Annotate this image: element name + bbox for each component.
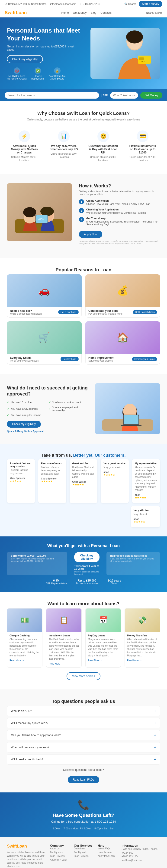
footer-help-reviews[interactable]: Loan Reviews	[98, 851, 117, 854]
reason-debt-text: Consolidate your debt Pay your personal …	[88, 309, 122, 315]
step-1-text: Checking Your Application We'll Review Y…	[86, 208, 146, 214]
testimonial-0: Excellent fast and easy service Excellen…	[7, 459, 35, 503]
faq-item-0[interactable]: What is an APR? +	[7, 706, 160, 716]
step-1: 2 Checking Your Application We'll Review…	[79, 208, 160, 214]
step-2: 3 Get Your Money If Your Application Is …	[79, 217, 160, 226]
t4-author: anon	[135, 494, 157, 496]
search-input[interactable]	[5, 92, 99, 99]
car-loan-btn[interactable]: Get a Car Loan	[58, 310, 79, 314]
reason-car-text: Need a new car? You're a better deal wit…	[10, 309, 42, 315]
footer-help-heading: Help	[98, 844, 117, 847]
why-choose-section: Why Choose Swift Loan for Quick Loans? Q…	[0, 101, 167, 174]
loan-check-btn[interactable]: Check my eligibility	[74, 552, 99, 562]
faq-expand-4[interactable]: +	[154, 757, 156, 762]
footer-services-facility[interactable]: Facility work	[74, 851, 93, 854]
t1-title: Fast one of much	[41, 462, 64, 465]
faq-section: Top questions people ask us What is an A…	[0, 689, 167, 793]
hero-badge-0: 🚫 No Hidden Fees No Pass-or-Credits	[7, 67, 27, 80]
payday-btn[interactable]: Payday Loan	[60, 357, 79, 361]
footer-email: swiftloan@mail.com	[122, 859, 160, 862]
faq-item-3[interactable]: When will I receive my money? +	[7, 742, 160, 752]
articles-section: Want to learn more about loans? 💵 Cheque…	[0, 592, 167, 689]
elig-content: What do I need to succeed at getting app…	[7, 385, 88, 433]
everyday-img: 🛒	[7, 321, 82, 354]
footer-apply[interactable]: Apply for A Loan	[50, 859, 69, 861]
hero-cta-btn[interactable]: Check my eligibility	[7, 55, 43, 63]
svg-point-9	[23, 207, 36, 217]
nav-home[interactable]: Home	[61, 11, 69, 14]
footer-facility[interactable]: Facility work	[50, 851, 69, 854]
how-image: LOAN	[7, 183, 72, 241]
article-installment: 📋 Installment Loans The First Service we…	[46, 608, 82, 668]
start-survey-btn[interactable]: Start a survey	[139, 1, 162, 7]
faq-cta-btn[interactable]: Read Loan FAQs	[68, 776, 99, 783]
faq-expand-3[interactable]: +	[154, 745, 156, 749]
payday-img: 📅	[86, 609, 121, 632]
loan-info-2-value: 1-10 years	[108, 579, 121, 582]
money-read-more[interactable]: Read More →	[127, 659, 158, 662]
reason-everyday-footer: Everyday Needs For all your everyday nee…	[7, 354, 82, 365]
home-btn[interactable]: Improve your Home	[132, 357, 157, 361]
elig-item-0: ✓ You are 18 or older	[7, 401, 47, 404]
step-1-num: 2	[79, 208, 84, 213]
testimonial-4: My representative My representative's re…	[132, 459, 160, 503]
footer-get-loan[interactable]: Get A Loan	[74, 847, 93, 850]
footer-logo: SwiftLoan	[7, 844, 45, 849]
step-0-num: 1	[79, 199, 84, 205]
feature-0: ⚡ Affordable, Quick Money with No Fees o…	[7, 128, 42, 164]
reason-debt-footer: Consolidate your debt Pay your personal …	[85, 307, 160, 318]
loan-stat-3: Helpful decision in most cases If you us…	[107, 552, 160, 575]
faq-expand-2[interactable]: +	[154, 733, 156, 737]
footer-services-heading: Our Services	[74, 844, 93, 847]
nav-get-money[interactable]: Get Money	[73, 11, 87, 14]
loan-banner-title: What you'll get with a Personal Loan	[7, 544, 160, 548]
installment-read-more[interactable]: Read More →	[49, 662, 79, 665]
footer-help-apply[interactable]: Apply for A Loan	[98, 855, 117, 857]
feature-3-desc: Online in Minutes at 200+ Locations	[128, 156, 158, 162]
footer: SwiftLoan We are a reliable home for swi…	[0, 837, 167, 868]
search-link[interactable]: 🔍 Search	[124, 3, 136, 6]
elig-item-4: ✓ You have a regular income	[7, 413, 47, 417]
faq-item-4[interactable]: Will I need a credit check? +	[7, 754, 160, 765]
reason-debt-title: Consolidate your debt	[88, 309, 122, 312]
faq-expand-0[interactable]: +	[154, 709, 156, 713]
step-0-text: Online Application Choose How Much Cash …	[86, 199, 150, 205]
cheque-read-more[interactable]: Read More →	[9, 659, 40, 662]
apply-now-btn[interactable]: Apply Now	[79, 231, 102, 238]
t1-stars: ★★★★★	[41, 480, 64, 483]
t1-author: Clark Spencer	[41, 477, 64, 480]
footer-company-links: About Us Facility work Loan Reviews Appl…	[50, 847, 69, 861]
get-money-btn[interactable]: Get Money	[140, 92, 162, 99]
faq-expand-1[interactable]: +	[154, 721, 156, 725]
elig-cta-btn[interactable]: Check my eligibility	[7, 421, 41, 428]
testimonial-1: Fast one of much Fast one of much items …	[38, 459, 66, 503]
faq-title: Top questions people ask us	[7, 699, 160, 704]
contact-icon: 📞	[7, 799, 160, 810]
footer-faq[interactable]: Info & FAQs	[98, 847, 117, 850]
popular-reasons-section: Popular Reasons to Loan 🚗 Need a new car…	[0, 258, 167, 374]
faq-q1: Will I receive my quoted APR?	[11, 721, 48, 725]
amount-input[interactable]	[110, 92, 138, 99]
testimonial-3: Very great service Very great service an…	[101, 459, 129, 503]
nav-blog[interactable]: Blog	[91, 11, 96, 14]
nav-contacts[interactable]: Contacts	[100, 11, 111, 14]
step-2-num: 3	[79, 217, 84, 222]
article-payday-title: PayDay Loans	[88, 634, 118, 637]
hero-section: Personal Loans that Meet Your Needs Get …	[0, 18, 167, 89]
debt-btn[interactable]: Debt Consolidation	[133, 310, 157, 314]
hero-image: CARD	[90, 28, 160, 79]
faq-item-2[interactable]: Can you tell me how to apply for a loan?…	[7, 730, 160, 740]
how-image-inner: LOAN	[7, 183, 72, 241]
footer-about[interactable]: About Us	[50, 847, 69, 850]
footer-brand: SwiftLoan We are a reliable home for swi…	[7, 844, 45, 868]
t0-text: Excellent fast and easy service	[10, 468, 32, 475]
payday-read-more[interactable]: Read More →	[88, 659, 118, 662]
footer-reviews[interactable]: Loan Reviews	[50, 855, 69, 857]
footer-services-reviews[interactable]: Loan Reviews	[74, 855, 93, 857]
faq-q0: What is an APR?	[11, 709, 32, 713]
svg-rect-21	[121, 425, 141, 426]
faq-item-1[interactable]: Will I receive my quoted APR? +	[7, 718, 160, 728]
debt-img: 💰	[85, 274, 160, 307]
view-all-articles-btn[interactable]: View More Articles	[67, 672, 100, 680]
elig-item-1: ✓ You have a bank account	[48, 401, 88, 404]
